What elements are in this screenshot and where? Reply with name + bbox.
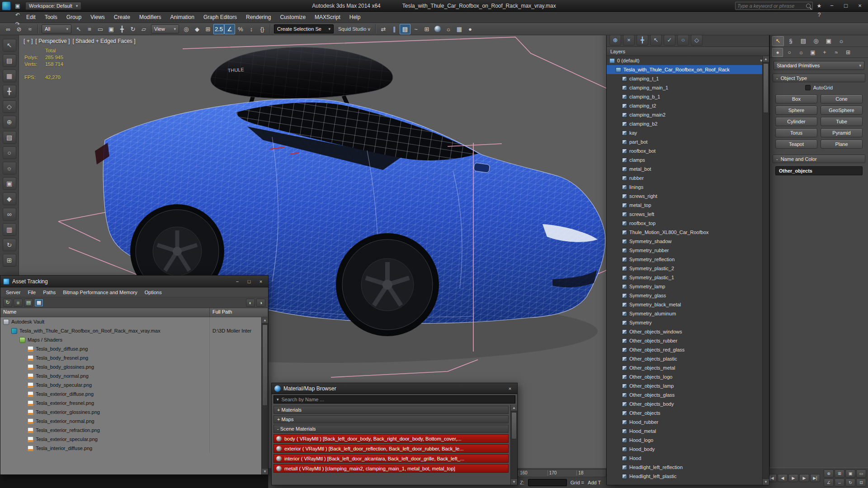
layer-object-row[interactable]: Symmetry_plastic_1 [607, 273, 762, 282]
layer-object-row[interactable]: roofbox_top [607, 219, 762, 228]
create-tab-icon[interactable]: ↖ [772, 36, 784, 46]
rectangular-selection-icon[interactable]: ▭ [95, 24, 106, 34]
object-type-rollout[interactable]: - Object Type [773, 74, 865, 82]
schematic-view-icon[interactable]: ⊞ [421, 24, 432, 34]
attach-tool-icon[interactable]: ⊕ [3, 116, 16, 128]
close-button[interactable]: × [854, 1, 866, 10]
category-dropdown[interactable]: Standard Primitives ▾ [774, 61, 864, 70]
zoom-all-icon[interactable]: ⊞ [835, 469, 844, 478]
app-menu-button[interactable] [2, 1, 11, 10]
scroll-up-icon[interactable]: ▲ [763, 56, 769, 62]
menu-item[interactable]: Graph Editors [199, 12, 241, 23]
asset-row[interactable]: Tesla_body_normal.png [0, 371, 261, 380]
scrollbar-thumb[interactable] [511, 412, 517, 439]
refresh-assets-icon[interactable]: ↻ [3, 299, 12, 307]
primitive-button[interactable]: Cone [821, 94, 863, 103]
grid-tool-icon[interactable]: ▦ [3, 70, 16, 82]
asset-menu-item[interactable]: File [24, 290, 39, 295]
diamond-tool-icon[interactable]: ◆ [3, 192, 16, 205]
layer-object-row[interactable]: Symmetry_lamp [607, 282, 762, 291]
pan-icon[interactable]: ↔ [835, 479, 844, 487]
menu-item[interactable]: Modifiers [135, 12, 166, 23]
layer-object-row[interactable]: Thule_Motion_XL800_Car_Roofbox [607, 228, 762, 237]
select-and-link-icon[interactable]: ∞ [3, 24, 14, 34]
zoom-extents-icon[interactable]: ▣ [845, 469, 855, 478]
column-header-name[interactable]: Name [0, 308, 210, 317]
layer-manager-icon[interactable]: ▤ [400, 24, 410, 34]
track-bar[interactable]: 16017018 [518, 469, 606, 477]
primitive-button[interactable]: GeoSphere [821, 106, 863, 115]
layer-selected-row[interactable]: Tesla_with_Thule_Car_Roofbox_on_Roof_Rac… [607, 65, 762, 74]
asset-row[interactable]: Tesla_exterior_diffuse.png [0, 389, 261, 399]
motion-tab-icon[interactable]: ◎ [810, 36, 822, 46]
layer-object-row[interactable]: Other_objects_body [607, 399, 762, 408]
primitive-button[interactable]: Pyramid [821, 128, 863, 137]
add-to-layer-icon[interactable]: ╋ [637, 35, 648, 46]
display-tab-icon[interactable]: ▣ [823, 36, 835, 46]
select-by-name-icon[interactable]: ≡ [84, 24, 95, 34]
layer-object-row[interactable]: Other_objects_windows [607, 327, 762, 336]
layer-object-row[interactable]: Hood_metal [607, 427, 762, 436]
primitive-button[interactable]: Teapot [775, 140, 817, 149]
primitive-button[interactable]: Torus [775, 128, 817, 137]
menu-item[interactable]: Create [109, 12, 135, 23]
asset-row[interactable]: Tesla_exterior_fresnel.png [0, 399, 261, 408]
asset-menu-item[interactable]: Paths [39, 290, 59, 295]
scroll-down-icon[interactable]: ▼ [511, 479, 517, 485]
menu-item[interactable]: Views [86, 12, 109, 23]
scroll-down-icon[interactable]: ▼ [763, 479, 769, 485]
layer-object-row[interactable]: Other_objects_rubber [607, 336, 762, 345]
layer-object-row[interactable]: clamping_b2 [607, 119, 762, 128]
window-tool-icon[interactable]: ⊞ [3, 254, 16, 267]
use-pivot-center-icon[interactable]: ◎ [181, 24, 192, 34]
asset-row[interactable]: Tesla_exterior_glossines.png [0, 408, 261, 417]
box-tool-icon[interactable]: ▣ [3, 177, 16, 190]
layers-tool-icon[interactable]: ▤ [3, 54, 16, 67]
select-and-scale-icon[interactable]: ▱ [138, 24, 149, 34]
asset-row[interactable]: Tesla_body_specular.png [0, 380, 261, 389]
layer-object-row[interactable]: Headlight_left_reflection [607, 463, 762, 472]
layer-object-row[interactable]: Symmetry [607, 318, 762, 327]
menu-item[interactable]: Customize [275, 12, 310, 23]
layer-object-row[interactable]: part_bot [607, 137, 762, 146]
layer-object-row[interactable]: metal_top [607, 201, 762, 210]
minimize-icon[interactable]: − [233, 278, 242, 285]
window-crossing-icon[interactable]: ▣ [106, 24, 117, 34]
layer-object-row[interactable]: Other_objects_glass [607, 390, 762, 399]
asset-menu-item[interactable]: Server [2, 290, 24, 295]
zoom-region-icon[interactable]: ▭ [856, 469, 866, 478]
primitive-button[interactable]: Tube [821, 117, 863, 126]
select-object-icon[interactable]: ↖ [73, 24, 84, 34]
hide-layer-icon[interactable]: ○ [677, 35, 689, 46]
layer-object-row[interactable]: Symmetry_black_metal [607, 300, 762, 309]
layer-object-row[interactable]: linings [607, 183, 762, 192]
geometry-icon[interactable]: ● [772, 48, 783, 57]
asset-row[interactable]: Maps / Shaders [0, 335, 261, 344]
material-scrollbar[interactable]: ▲ ▼ [510, 405, 517, 485]
hierarchy-tab-icon[interactable]: ▤ [797, 36, 809, 46]
circle-tool-icon[interactable]: ○ [3, 146, 16, 159]
material-group-header[interactable]: + Maps [274, 415, 509, 423]
layer-object-row[interactable]: Other_objects_lamp [607, 381, 762, 390]
layer-object-row[interactable]: Headlight_left_plastic [607, 472, 762, 481]
name-color-rollout[interactable]: - Name and Color [773, 155, 865, 163]
spinner-snap-icon[interactable]: ↕ [246, 24, 257, 34]
scroll-down-icon[interactable]: ▼ [262, 468, 268, 474]
layer-object-row[interactable]: Other_objects_red_glass [607, 345, 762, 354]
add-tool-icon[interactable]: ╋ [3, 85, 16, 98]
asset-row[interactable]: Autodesk Vault [0, 317, 261, 326]
maximize-viewport-icon[interactable]: ⊡ [856, 479, 866, 487]
named-sets-icon[interactable]: {} [257, 24, 268, 34]
primitive-button[interactable]: Cylinder [775, 117, 817, 126]
layer-object-row[interactable]: clamping_t_1 [607, 74, 762, 83]
material-editor-icon[interactable] [432, 24, 443, 34]
workspace-dropdown[interactable]: Workspace: Default ▾ [25, 2, 81, 10]
fov-icon[interactable]: ∠ [824, 479, 834, 487]
details-view-icon[interactable]: ▤ [24, 299, 33, 307]
shape-tool-icon[interactable]: ◇ [3, 100, 16, 113]
layers-column-header[interactable]: Layers [607, 47, 769, 56]
viewport-pov-menu[interactable]: [ Perspective ] [35, 38, 70, 44]
layer-object-row[interactable]: Other_objects_metal [607, 363, 762, 372]
coordinate-system-dropdown[interactable]: View ▾ [151, 24, 179, 33]
previous-frame-icon[interactable]: ◀ [778, 474, 788, 482]
